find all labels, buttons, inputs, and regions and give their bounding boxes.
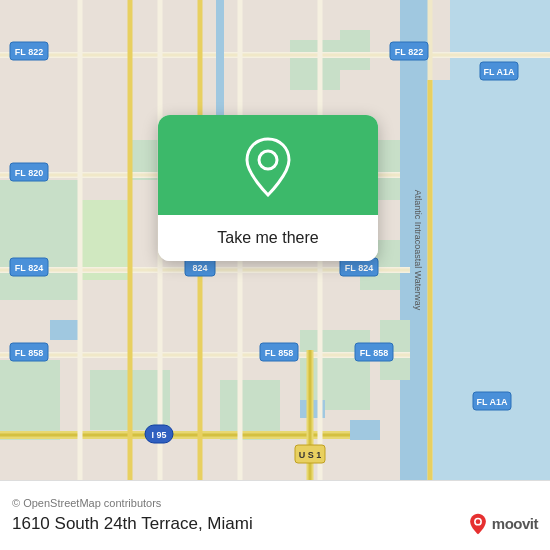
svg-rect-12 (0, 360, 60, 440)
svg-text:I 95: I 95 (151, 430, 166, 440)
address-text: 1610 South 24th Terrace, Miami (12, 514, 253, 534)
popup-card: Take me there (158, 115, 378, 261)
svg-rect-18 (350, 420, 380, 440)
svg-text:824: 824 (192, 263, 207, 273)
map-container[interactable]: Atlantic Intracoastal Waterway FL 822 FL… (0, 0, 550, 480)
svg-rect-14 (290, 40, 340, 90)
svg-text:Atlantic Intracoastal Waterway: Atlantic Intracoastal Waterway (413, 190, 423, 311)
svg-text:FL 824: FL 824 (15, 263, 43, 273)
attribution-text: © OpenStreetMap contributors (12, 497, 538, 509)
take-me-there-button[interactable]: Take me there (158, 215, 378, 261)
svg-text:FL 822: FL 822 (15, 47, 43, 57)
moovit-logo: moovit (467, 513, 538, 535)
svg-rect-4 (0, 180, 80, 300)
location-pin-icon (242, 137, 294, 197)
svg-text:FL A1A: FL A1A (476, 397, 508, 407)
svg-point-67 (259, 151, 277, 169)
svg-text:FL 824: FL 824 (345, 263, 373, 273)
svg-text:FL 820: FL 820 (15, 168, 43, 178)
svg-rect-16 (50, 320, 80, 340)
svg-text:FL 858: FL 858 (360, 348, 388, 358)
popup-green-area (158, 115, 378, 215)
svg-rect-15 (340, 30, 370, 70)
svg-text:FL A1A: FL A1A (483, 67, 515, 77)
svg-text:FL 822: FL 822 (395, 47, 423, 57)
address-row: 1610 South 24th Terrace, Miami moovit (12, 513, 538, 535)
svg-point-69 (475, 519, 480, 524)
svg-text:U S 1: U S 1 (299, 450, 322, 460)
svg-text:FL 858: FL 858 (15, 348, 43, 358)
bottom-bar: © OpenStreetMap contributors 1610 South … (0, 480, 550, 550)
svg-rect-2 (420, 80, 550, 480)
moovit-pin-icon (467, 513, 489, 535)
svg-text:FL 858: FL 858 (265, 348, 293, 358)
moovit-brand-text: moovit (492, 515, 538, 532)
